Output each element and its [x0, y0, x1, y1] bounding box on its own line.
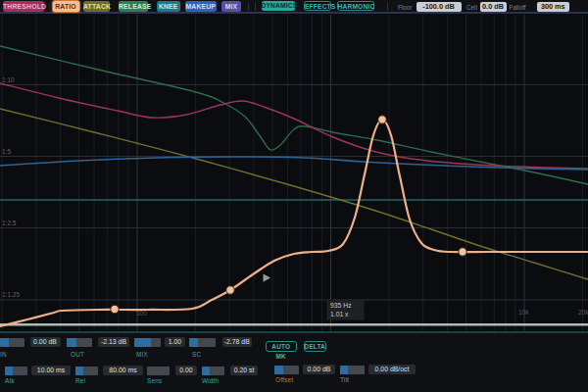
frequency-response-graph[interactable]: 1:101:51:2.51:1.2510010k20k935 Hz1.01 x: [0, 14, 588, 333]
auto-mk-button[interactable]: AUTO MK: [266, 341, 297, 352]
mix-slider[interactable]: [134, 338, 161, 347]
field-label-floor: Floor: [398, 4, 412, 11]
pink-band-curve: [0, 83, 588, 169]
tilt-slider-fill: [340, 366, 349, 374]
param-tab-makeup[interactable]: MAKEUP: [185, 1, 218, 12]
tilt-value[interactable]: 0.00 dB/oct: [368, 365, 416, 374]
curve-control-point[interactable]: [111, 305, 119, 313]
field-value-falloff[interactable]: 300 ms: [537, 2, 570, 13]
mix-label: MIX: [136, 351, 148, 358]
toolbar-separator: [255, 3, 256, 11]
field-label-falloff: Falloff: [510, 4, 526, 11]
ratio-axis-label: 1:2.5: [2, 220, 17, 226]
bottom-control-panel: Dynamics 0.00 dBIN-2.13 dBOUT1.00MIX-2.7…: [0, 333, 588, 392]
field-label-ceil: Ceil: [466, 4, 477, 11]
offset-label: Offset: [275, 376, 293, 383]
out-label: OUT: [71, 351, 84, 358]
sens-label: Sens: [147, 377, 162, 384]
section-tab-effects[interactable]: EFFECTS: [304, 1, 331, 11]
playhead-triangle-icon[interactable]: [264, 274, 271, 282]
out-slider-fill: [67, 338, 76, 347]
width-label: Width: [202, 377, 219, 384]
width-value[interactable]: 0.20 st: [230, 366, 258, 375]
in-slider[interactable]: [0, 338, 24, 347]
curve-control-point[interactable]: [459, 248, 466, 256]
ratio-axis-label: 1:1.25: [2, 291, 20, 298]
in-label: IN: [0, 351, 7, 358]
rel-slider[interactable]: [75, 367, 98, 375]
curve-control-point[interactable]: [378, 116, 386, 123]
offset-slider-fill: [274, 366, 283, 374]
in-slider-fill: [0, 338, 9, 347]
param-tab-attack[interactable]: ATTACK: [83, 1, 110, 12]
toolbar-separator: [248, 3, 249, 11]
param-tab-release[interactable]: RELEASE: [119, 1, 148, 12]
param-tab-ratio[interactable]: RATIO: [53, 1, 79, 12]
width-slider-fill: [202, 367, 210, 375]
out-slider[interactable]: [67, 338, 92, 347]
delta-button[interactable]: DELTA: [304, 341, 327, 352]
rel-slider-fill: [75, 367, 83, 375]
sc-slider-fill: [189, 338, 199, 347]
width-slider[interactable]: [202, 367, 224, 375]
freq-axis-label: 10k: [518, 309, 529, 316]
atk-value[interactable]: 10.00 ms: [31, 366, 71, 375]
ratio-axis-label: 1:10: [2, 76, 15, 83]
param-tab-mix[interactable]: MIX: [221, 1, 241, 12]
offset-value[interactable]: 0.00 dB: [303, 365, 335, 374]
sc-value[interactable]: -2.78 dB: [222, 337, 253, 347]
ratio-axis-label: 1:5: [2, 148, 11, 155]
curve-control-point[interactable]: [226, 286, 234, 294]
sc-label: SC: [192, 351, 201, 358]
out-value[interactable]: -2.13 dB: [98, 337, 129, 347]
mix-value[interactable]: 1.00: [165, 337, 185, 347]
rel-label: Rel: [75, 377, 85, 384]
offset-slider[interactable]: [274, 366, 299, 374]
section-tab-harmonic[interactable]: HARMONIC: [337, 1, 375, 11]
atk-slider-fill: [5, 367, 13, 375]
sens-slider[interactable]: [147, 367, 170, 375]
atk-label: Atk: [5, 377, 15, 384]
section-tab-dynamics[interactable]: DYNAMICS: [262, 1, 295, 11]
sc-slider[interactable]: [189, 338, 216, 347]
field-value-ceil[interactable]: 0.0 dB: [480, 2, 507, 13]
param-tab-threshold[interactable]: THRESHOLD: [3, 1, 44, 12]
freq-axis-label: 20k: [578, 309, 588, 316]
sens-value[interactable]: 0.00: [175, 366, 197, 375]
toolbar-separator: [387, 3, 388, 11]
in-value[interactable]: 0.00 dB: [30, 337, 61, 347]
selected-band-ratio-curve[interactable]: [0, 120, 588, 326]
top-toolbar: THRESHOLDRATIOATTACKRELEASEKNEEMAKEUPMIX…: [0, 0, 588, 14]
green-band-curve: [0, 46, 588, 184]
blue-band-curve: [0, 157, 588, 170]
cursor-readout-freq: 935 Hz: [330, 302, 352, 309]
tilt-slider[interactable]: [340, 366, 365, 374]
atk-slider[interactable]: [5, 367, 27, 375]
param-tab-knee[interactable]: KNEE: [157, 1, 180, 12]
tilt-label: Tilt: [340, 376, 349, 383]
dynamics-eq-plugin-window: THRESHOLDRATIOATTACKRELEASEKNEEMAKEUPMIX…: [0, 0, 588, 392]
mix-slider-fill: [134, 338, 152, 347]
freq-axis-label: 100: [136, 310, 147, 317]
cursor-readout-ratio: 1.01 x: [330, 311, 349, 318]
rel-value[interactable]: 80.00 ms: [103, 366, 143, 375]
field-value-floor[interactable]: -100.0 dB: [416, 2, 462, 13]
